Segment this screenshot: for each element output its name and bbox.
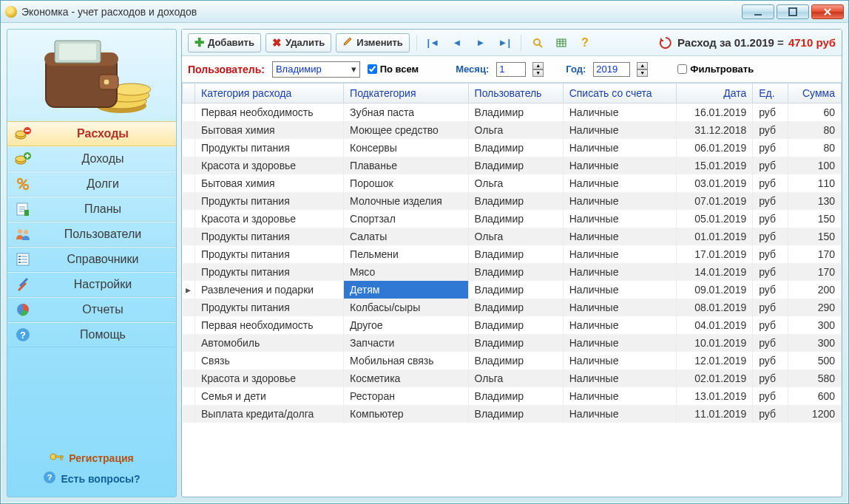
row-marker [183,370,195,387]
table-row[interactable]: СвязьМобильная связьВладимирНаличные12.0… [183,352,842,370]
registration-link[interactable]: Регистрация [50,451,134,465]
table-row[interactable]: Продукты питанияКонсервыВладимирНаличные… [183,139,842,157]
nav-prev-button[interactable]: ◄ [447,33,467,52]
svg-text:?: ? [47,473,53,482]
table-row[interactable]: АвтомобильЗапчастиВладимирНаличные10.01.… [183,334,842,352]
table-row[interactable]: Выплата кредита/долгаКомпьютерВладимирНа… [183,405,842,423]
cell-category: Продукты питания [195,228,344,245]
table-row[interactable]: Красота и здоровьеСпортзалВладимирНаличн… [183,210,842,228]
refresh-icon[interactable] [658,35,673,50]
svg-point-31 [24,230,28,234]
cell-subcategory: Ресторан [344,387,469,405]
filter-checkbox[interactable]: Фильтровать [677,64,754,75]
row-marker [183,299,195,316]
table-row[interactable]: Красота и здоровьеКосметикаОльгаНаличные… [183,370,842,387]
sidebar-item-settings[interactable]: Настройки [7,272,176,297]
filter-bar: Пользователь: Владимир ▾ По всем Месяц: … [182,56,842,83]
cell-date: 12.01.2019 [676,352,752,370]
coins-plus-icon [15,151,31,167]
cell-user: Владимир [468,316,563,334]
table-row[interactable]: Продукты питанияКолбасы/сырыВладимирНали… [183,299,842,316]
all-users-checkbox[interactable]: По всем [368,64,419,75]
help-toolbar-button[interactable]: ? [575,33,595,52]
maximize-button[interactable] [777,4,809,19]
sidebar-item-income[interactable]: Доходы [7,146,176,171]
user-select[interactable]: Владимир ▾ [272,61,360,78]
table-row[interactable]: Семья и детиРесторанВладимирНаличные13.0… [183,387,842,405]
cell-unit: руб [753,139,788,157]
col-date[interactable]: Дата [676,84,752,103]
cell-unit: руб [753,210,788,228]
cell-sum: 1200 [788,405,842,423]
sidebar-item-reports[interactable]: Отчеты [7,297,176,322]
cell-unit: руб [753,228,788,245]
cell-user: Владимир [468,157,563,174]
cell-date: 10.01.2019 [676,334,752,352]
add-label: Добавить [208,37,254,48]
filter-check-input[interactable] [677,64,687,74]
row-marker [183,405,195,423]
table-row[interactable]: Первая необходимостьДругоеВладимирНаличн… [183,316,842,334]
cell-user: Владимир [468,281,563,299]
excel-button[interactable] [552,33,571,52]
table-row[interactable]: Первая необходимостьЗубная пастаВладимир… [183,103,842,122]
row-marker [183,263,195,281]
year-spin[interactable]: ▲▼ [637,62,648,77]
questions-link[interactable]: ? Есть вопросы? [43,471,140,486]
cell-sum: 170 [788,263,842,281]
table-row[interactable]: Бытовая химияМоющее средствоОльгаНаличны… [183,121,842,139]
cell-subcategory: Компьютер [344,405,469,423]
edit-button[interactable]: Изменить [336,33,410,52]
table-row[interactable]: Продукты питанияПельмениВладимирНаличные… [183,245,842,263]
col-category[interactable]: Категория расхода [195,84,344,103]
delete-button[interactable]: ✖ Удалить [265,33,331,52]
svg-rect-29 [24,210,29,216]
month-spin[interactable]: ▲▼ [532,62,544,77]
table-row[interactable]: Продукты питанияСалатыОльгаНаличные01.01… [183,228,842,245]
sidebar-item-label: Расходы [37,127,169,140]
table-row[interactable]: Продукты питанияМясоВладимирНаличные14.0… [183,263,842,281]
col-user[interactable]: Пользователь [468,84,563,103]
cell-category: Выплата кредита/долга [195,405,344,423]
sidebar-item-users[interactable]: Пользователи [7,222,176,247]
sidebar-item-debts[interactable]: Долги [7,171,176,197]
main-panel: ✚ Добавить ✖ Удалить Изменить |◄ ◄ ► ►| [181,29,842,497]
table-scroll[interactable]: Категория расхода Подкатегория Пользоват… [182,83,842,497]
all-users-check-input[interactable] [368,64,377,74]
cell-subcategory: Колбасы/сыры [344,299,469,316]
row-marker [183,210,195,228]
cell-date: 01.01.2019 [676,228,752,245]
tools-icon [15,276,31,293]
cell-account: Наличные [563,121,676,139]
table-row[interactable]: Продукты питанияМолочные изделияВладимир… [183,192,842,210]
table-row[interactable]: Бытовая химияПорошокОльгаНаличные03.01.2… [183,174,842,192]
month-input[interactable] [496,62,526,77]
search-button[interactable] [528,33,547,52]
delete-label: Удалить [285,37,325,48]
cell-subcategory: Пельмени [344,245,469,263]
sidebar-item-plans[interactable]: Планы [7,197,176,222]
svg-rect-35 [18,259,21,260]
svg-rect-36 [21,259,27,260]
col-account[interactable]: Списать со счета [563,84,676,103]
table-row[interactable]: ▸Развлечения и подаркиДетямВладимирНалич… [183,281,842,299]
col-sum[interactable]: Сумма [788,84,842,103]
cell-date: 14.01.2019 [676,263,752,281]
cell-unit: руб [753,405,788,423]
minimize-button[interactable] [742,4,774,19]
add-button[interactable]: ✚ Добавить [188,33,261,52]
nav-last-button[interactable]: ►| [495,33,514,52]
sidebar-item-references[interactable]: Справочники [7,247,176,272]
nav-first-button[interactable]: |◄ [424,33,443,52]
sidebar-item-expenses[interactable]: Расходы [7,121,176,146]
col-unit[interactable]: Ед. [753,84,788,103]
list-icon [15,251,31,268]
sidebar-item-help[interactable]: ? Помощь [7,322,176,347]
year-input[interactable] [593,62,630,77]
nav-next-button[interactable]: ► [471,33,490,52]
cell-sum: 290 [788,299,842,316]
close-button[interactable] [811,4,844,19]
table-row[interactable]: Красота и здоровьеПлаваньеВладимирНаличн… [183,157,842,174]
col-subcategory[interactable]: Подкатегория [344,84,469,103]
people-icon [15,226,31,242]
